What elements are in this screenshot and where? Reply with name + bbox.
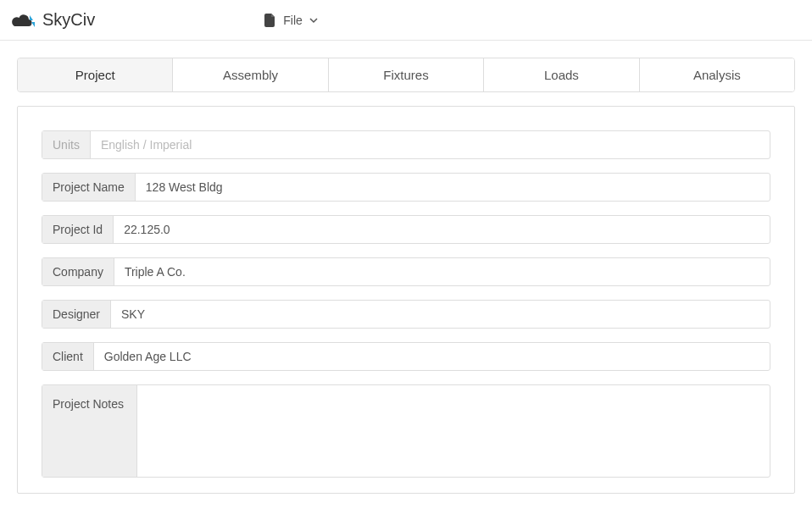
brand-logo: SkyCiv	[10, 10, 95, 30]
file-menu-label: File	[283, 14, 303, 27]
project-name-input[interactable]	[136, 174, 770, 201]
field-label: Company	[42, 258, 114, 285]
field-label: Project Notes	[42, 385, 137, 477]
chevron-down-icon	[309, 16, 318, 25]
units-input	[91, 131, 770, 158]
tab-label: Fixtures	[383, 68, 428, 82]
field-project-notes: Project Notes	[42, 384, 770, 478]
tab-loads[interactable]: Loads	[484, 58, 639, 91]
project-notes-textarea[interactable]	[137, 385, 770, 477]
field-label: Units	[42, 131, 91, 158]
topbar: SkyCiv File	[0, 0, 812, 41]
client-input[interactable]	[94, 343, 770, 370]
project-id-input[interactable]	[114, 216, 770, 243]
tab-fixtures[interactable]: Fixtures	[329, 58, 484, 91]
field-label: Designer	[42, 301, 111, 328]
tab-label: Loads	[544, 68, 579, 82]
main-content: Project Assembly Fixtures Loads Analysis…	[0, 41, 812, 494]
tab-bar: Project Assembly Fixtures Loads Analysis	[17, 58, 795, 92]
designer-input[interactable]	[111, 301, 770, 328]
arrows-icon	[24, 13, 41, 30]
field-project-name: Project Name	[42, 173, 770, 202]
field-client: Client	[42, 342, 770, 371]
project-panel: Units Project Name Project Id Company De…	[17, 106, 795, 494]
brand-text: SkyCiv	[42, 10, 95, 30]
company-input[interactable]	[114, 258, 770, 285]
tab-project[interactable]: Project	[18, 58, 173, 91]
tab-label: Assembly	[223, 68, 278, 82]
field-project-id: Project Id	[42, 215, 770, 244]
file-icon	[264, 14, 276, 27]
field-label: Client	[42, 343, 94, 370]
tab-label: Project	[75, 68, 115, 82]
tab-label: Analysis	[693, 68, 741, 82]
field-units: Units	[42, 130, 770, 159]
tab-assembly[interactable]: Assembly	[173, 58, 328, 91]
file-menu[interactable]: File	[264, 14, 318, 27]
field-designer: Designer	[42, 300, 770, 329]
field-company: Company	[42, 257, 770, 286]
tab-analysis[interactable]: Analysis	[640, 58, 794, 91]
field-label: Project Id	[42, 216, 114, 243]
field-label: Project Name	[42, 174, 136, 201]
